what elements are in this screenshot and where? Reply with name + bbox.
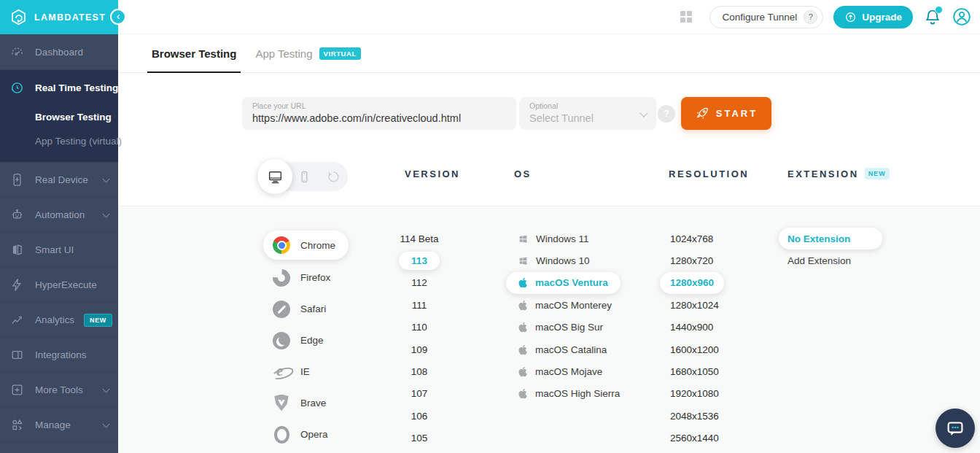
os-label: Windows 10 [536, 255, 590, 266]
browser-option-opera[interactable]: Opera [263, 419, 345, 450]
sidebar-item-real-time-testing[interactable]: Real Time Testing [0, 70, 118, 105]
browser-option-brave[interactable]: Brave [263, 387, 345, 419]
os-option-macos-mojave[interactable]: macOS Mojave [506, 360, 615, 382]
version-option[interactable]: 106 [376, 405, 463, 427]
os-option-windows-11[interactable]: Windows 11 [506, 228, 602, 249]
sidebar-item-more-tools[interactable]: More Tools [0, 372, 118, 407]
sidebar-item-smart-ui[interactable]: Smart UI [0, 232, 118, 267]
browser-option-safari[interactable]: Safari [263, 293, 345, 325]
history-icon[interactable] [319, 162, 348, 191]
sidebar-item-browser-testing[interactable]: Browser Testing [0, 105, 118, 129]
apps-grid-icon[interactable] [680, 11, 692, 23]
sidebar-item-label: Integrations [35, 349, 109, 360]
extension-label: Add Extension [788, 255, 851, 266]
browser-option-firefox[interactable]: Firefox [263, 262, 345, 293]
start-button-label: START [716, 108, 758, 119]
internet-explorer-icon [273, 363, 290, 381]
sidebar-item-label: Manage [35, 419, 94, 430]
version-label: 113 [399, 252, 440, 270]
sidebar-item-analytics[interactable]: Analytics NEW [0, 302, 118, 337]
version-label: 111 [400, 296, 440, 314]
sidebar-item-automation[interactable]: Automation [0, 197, 118, 232]
browser-option-edge[interactable]: Edge [263, 325, 345, 356]
chat-bubble-icon [944, 417, 966, 439]
resolution-option[interactable]: 1280x720 [660, 249, 723, 271]
version-option[interactable]: 110 [376, 317, 463, 338]
configure-tunnel-button[interactable]: Configure Tunnel ? [709, 6, 823, 28]
version-option[interactable]: 111 [376, 294, 463, 316]
extension-list: No Extension Add Extension [779, 228, 883, 272]
notifications-bell-icon[interactable] [923, 7, 942, 26]
browser-option-chrome[interactable]: Chrome [263, 231, 349, 260]
resolution-option[interactable]: 2048x1536 [660, 405, 729, 427]
browser-label: Opera [300, 429, 328, 440]
browser-label: Safari [300, 303, 326, 314]
version-option[interactable]: 107 [376, 383, 463, 405]
os-option-macos-catalina[interactable]: macOS Catalina [506, 338, 619, 360]
resolution-label: 1280x720 [670, 255, 713, 266]
os-option-macos-ventura[interactable]: macOS Ventura [506, 272, 621, 294]
extension-option[interactable]: No Extension [779, 228, 882, 249]
apple-icon [518, 388, 527, 399]
sidebar-group-real-time-testing: Real Time Testing Browser Testing App Te… [0, 69, 118, 162]
start-button[interactable]: START [681, 97, 771, 130]
tab-label: App Testing [255, 47, 312, 60]
os-option-windows-10[interactable]: Windows 10 [506, 249, 602, 271]
os-option-macos-monterey[interactable]: macOS Monterey [506, 294, 624, 316]
column-header-extension: EXTENSIONNEW [788, 169, 890, 179]
sidebar-spacer [0, 442, 118, 453]
resolution-option[interactable]: 1280x960 [660, 272, 724, 294]
os-label: macOS High Sierra [535, 388, 620, 399]
desktop-device-icon[interactable] [257, 159, 292, 194]
resolution-option[interactable]: 1280x1024 [660, 294, 729, 316]
sidebar-item-integrations[interactable]: Integrations [0, 337, 118, 372]
tunnel-help-icon[interactable]: ? [658, 105, 675, 123]
url-input[interactable]: Place your URL https://www.adobe.com/in/… [242, 97, 516, 130]
resolution-option[interactable]: 1920x1080 [660, 383, 729, 405]
apple-icon [518, 277, 527, 288]
profile-avatar-icon[interactable] [952, 7, 971, 26]
browser-label: Edge [300, 335, 324, 346]
os-option-macos-high-sierra[interactable]: macOS High Sierra [506, 383, 632, 405]
resolution-option[interactable]: 1440x900 [660, 317, 723, 338]
sidebar-collapse-button[interactable]: ‹ [110, 9, 126, 25]
help-icon[interactable]: ? [804, 10, 817, 24]
upgrade-button[interactable]: Upgrade [833, 6, 913, 28]
tab-app-testing[interactable]: App Testing VIRTUAL [255, 34, 361, 72]
column-header-os: OS [514, 169, 532, 179]
resolution-option[interactable]: 1680x1050 [660, 360, 729, 382]
sidebar-item-hyperexecute[interactable]: HyperExecute [0, 267, 118, 302]
resolution-option[interactable]: 1024x768 [660, 228, 723, 249]
upgrade-arrow-icon [844, 11, 857, 23]
chat-widget-button[interactable] [936, 409, 975, 448]
automation-icon [8, 206, 26, 224]
tunnel-select[interactable]: Optional Select Tunnel [519, 97, 656, 130]
version-label: 110 [399, 318, 440, 336]
version-option[interactable]: 105 [376, 427, 463, 449]
version-option[interactable]: 109 [376, 338, 463, 360]
sidebar-item-real-device[interactable]: Real Device [0, 162, 118, 197]
version-label: 109 [399, 341, 440, 359]
sidebar-item-dashboard[interactable]: Dashboard [0, 34, 118, 69]
sidebar-item-manage[interactable]: Manage [0, 407, 118, 442]
os-option-macos-big-sur[interactable]: macOS Big Sur [506, 317, 615, 338]
real-device-icon [8, 171, 26, 189]
mobile-device-icon[interactable] [289, 162, 319, 191]
os-label: Windows 11 [536, 233, 589, 244]
resolution-label: 1440x900 [670, 322, 713, 333]
tab-browser-testing[interactable]: Browser Testing [152, 34, 236, 72]
new-badge: NEW [865, 168, 890, 179]
chevron-down-icon [103, 175, 110, 182]
resolution-option[interactable]: 1600x1200 [660, 338, 729, 360]
browser-label: Chrome [300, 240, 335, 251]
version-list: 114 Beta 113 112 111 110 [376, 228, 463, 449]
version-option[interactable]: 114 Beta [376, 228, 463, 249]
version-option[interactable]: 108 [376, 360, 463, 382]
sidebar-item-app-testing-virtual[interactable]: App Testing (virtual) [0, 129, 118, 153]
version-option[interactable]: 112 [376, 272, 463, 294]
version-label: 105 [399, 429, 440, 447]
browser-option-ie[interactable]: IE [263, 356, 345, 387]
version-option[interactable]: 113 [376, 249, 463, 271]
extension-option[interactable]: Add Extension [779, 249, 883, 271]
resolution-option[interactable]: 2560x1440 [660, 427, 729, 449]
